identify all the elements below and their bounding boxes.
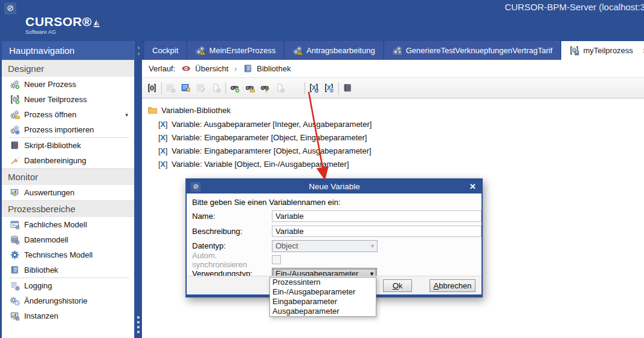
toolbar-edit-entry-button	[195, 82, 207, 95]
toolbar-new-variable-button[interactable]: X	[308, 82, 320, 95]
ok-button[interactable]: Ok	[383, 279, 412, 292]
sidebar-item-label: Prozess importieren	[24, 125, 94, 134]
sidebar-item-instanzen[interactable]: Instanzen	[2, 308, 134, 323]
sidebar-item-skript-bibliothek[interactable]: Skript-Bibliothek	[2, 138, 134, 153]
app-logo-icon: ⊘	[4, 2, 16, 15]
sidebar-item-label: Instanzen	[24, 311, 58, 320]
sync-variables-icon: X	[324, 83, 334, 93]
dropdown-option-ein-ausgabeparameter[interactable]: Ein-/Ausgabeparameter	[270, 287, 376, 297]
sidebar-item-neuer-prozess[interactable]: Neuer Prozess	[2, 77, 134, 92]
search-edit-icon	[260, 83, 270, 93]
toolbar-open-subprocess-button[interactable]	[146, 82, 158, 95]
toolbar-search-add-button[interactable]	[228, 82, 241, 95]
toolbar-properties-button[interactable]	[179, 82, 192, 95]
variable-icon: [X]	[158, 133, 167, 142]
tab-antragsbearbeitung[interactable]: Antragsbearbeitung	[285, 41, 382, 60]
chevron-down-icon[interactable]: ▾	[125, 112, 128, 118]
sidebar-section-prozessbereiche: Prozessbereiche	[2, 200, 134, 217]
sidebar-item-prozess-öffnen[interactable]: Prozess öffnen▾	[2, 107, 134, 122]
sidebar-item-auswertungen[interactable]: Auswertungen	[2, 185, 134, 200]
toolbar-script-library-button[interactable]	[341, 82, 354, 95]
sidebar-item-label: Prozess öffnen	[24, 110, 76, 119]
sidebar-title: Hauptnavigation	[2, 41, 134, 60]
brand-logo: CURSOR® Software AG	[25, 15, 102, 35]
sidebar-item-label: Datenmodell	[24, 235, 68, 244]
sidebar-item-datenbereinigung[interactable]: Datenbereinigung	[2, 153, 134, 168]
sidebar-item-änderungshistorie[interactable]: Änderungshistorie	[2, 293, 134, 308]
sidebar-item-label: Technisches Modell	[24, 250, 92, 259]
sidebar-item-label: Skript-Bibliothek	[24, 141, 81, 150]
sidebar-item-label: Logging	[24, 281, 52, 290]
variable-list-item[interactable]: [X]Variable: Eingabeparameter [Object, E…	[158, 131, 644, 144]
toolbar-search-library-button[interactable]	[243, 82, 256, 95]
tab-generieretestverknuepfungenvertragtarif[interactable]: GeneriereTestVerknuepfungenVertragTarif	[384, 41, 561, 60]
folder-icon	[147, 105, 158, 115]
add-entry-icon	[166, 83, 176, 93]
description-field[interactable]	[272, 226, 481, 237]
usage-type-dropdown-list: ProzessinternEin-/AusgabeparameterEingab…	[269, 277, 376, 317]
tab-strip: CockpitMeinErsterProzessAntragsbearbeitu…	[142, 41, 644, 60]
splitter-grip[interactable]	[137, 316, 140, 336]
tab-myteilprozess[interactable]: myTeilprozess×	[561, 41, 644, 60]
sidebar-item-technisches-modell[interactable]: Technisches Modell	[2, 247, 134, 262]
auto-sync-label: Autom. synchronisieren	[192, 251, 272, 269]
tab-label: GeneriereTestVerknuepfungenVertragTarif	[406, 46, 553, 55]
subprocess-new-icon	[10, 94, 20, 105]
svg-text:X: X	[312, 84, 316, 91]
logging-icon	[10, 281, 20, 291]
sidebar-item-neuer-teilprozess[interactable]: Neuer Teilprozess	[2, 92, 134, 107]
reports-icon	[10, 187, 20, 198]
copy-entry-icon	[211, 83, 221, 93]
sidebar: Hauptnavigation DesignerNeuer ProzessNeu…	[0, 41, 134, 338]
library-root-label: Variablen-Bibliothek	[161, 106, 231, 115]
sidebar-splitter[interactable]: ‹ ›	[134, 41, 142, 338]
technical-model-icon	[10, 250, 20, 260]
process-open-icon	[10, 109, 20, 120]
sidebar-item-label: Datenbereinigung	[24, 156, 86, 165]
tab-label: Antragsbearbeitung	[306, 46, 375, 55]
auto-sync-checkbox[interactable]	[272, 255, 281, 264]
sidebar-item-fachliches-modell[interactable]: Fachliches Modell	[2, 217, 134, 232]
data-cleanup-icon	[10, 155, 20, 166]
library-icon	[243, 63, 253, 74]
library-root-node[interactable]: Variablen-Bibliothek	[147, 103, 644, 117]
eye-icon	[181, 63, 192, 74]
instances-icon	[10, 311, 20, 321]
datatype-select[interactable]: Object ▾	[272, 240, 378, 252]
toolbar-add-entry-button	[164, 82, 177, 95]
sidebar-item-label: Bibliothek	[24, 265, 58, 275]
dialog-title: Neue Variable	[201, 182, 468, 191]
variable-list-item[interactable]: [X]Variable: Ausgabeparameter [Integer, …	[158, 117, 644, 131]
cancel-button[interactable]: Abbrechen	[430, 279, 475, 292]
toolbar-sync-variables-button[interactable]: X	[323, 82, 335, 95]
search-add-icon	[230, 83, 240, 93]
sidebar-section-monitor: Monitor	[2, 168, 134, 185]
subprocess-icon	[569, 45, 579, 56]
sidebar-item-logging[interactable]: Logging	[2, 278, 134, 293]
toolbar-separator	[304, 82, 305, 94]
dialog-close-icon[interactable]: ✕	[468, 182, 477, 191]
sidebar-item-datenmodell[interactable]: Datenmodell	[2, 232, 134, 247]
sidebar-item-bibliothek[interactable]: Bibliothek	[2, 262, 134, 278]
tab-cockpit[interactable]: Cockpit	[144, 41, 186, 60]
sidebar-item-prozess-importieren[interactable]: Prozess importieren	[2, 122, 134, 137]
dialog-titlebar: ⊘ Neue Variable ✕	[187, 180, 481, 193]
script-library-icon	[343, 83, 353, 93]
sidebar-section-designer: Designer	[2, 60, 134, 77]
tab-meinersterprozess[interactable]: MeinErsterProzess	[187, 41, 283, 60]
dropdown-option-prozessintern[interactable]: Prozessintern	[270, 278, 376, 287]
breadcrumb-item-bibliothek[interactable]: Bibliothek	[243, 63, 291, 74]
toolbar-search-edit-button[interactable]	[259, 82, 271, 95]
dropdown-option-ausgabeparameter[interactable]: Ausgabeparameter	[270, 307, 376, 316]
chevron-down-icon: ▾	[371, 242, 374, 249]
toolbar-copy-entry-button	[210, 82, 222, 95]
variable-list-item[interactable]: [X]Variable: Eingabeparamterer [Object, …	[158, 144, 644, 157]
variable-list-item[interactable]: [X]Variable: Variable [Object, Ein-/Ausg…	[158, 157, 644, 171]
brand-name: CURSOR®	[25, 15, 92, 28]
breadcrumb-item-label: Bibliothek	[257, 64, 291, 73]
open-subprocess-icon	[147, 83, 157, 93]
sidebar-item-label: Auswertungen	[24, 188, 74, 197]
breadcrumb-item-übersicht[interactable]: Übersicht	[181, 63, 228, 74]
name-field[interactable]	[272, 210, 481, 222]
dropdown-option-eingabeparameter[interactable]: Eingabeparameter	[270, 297, 376, 307]
